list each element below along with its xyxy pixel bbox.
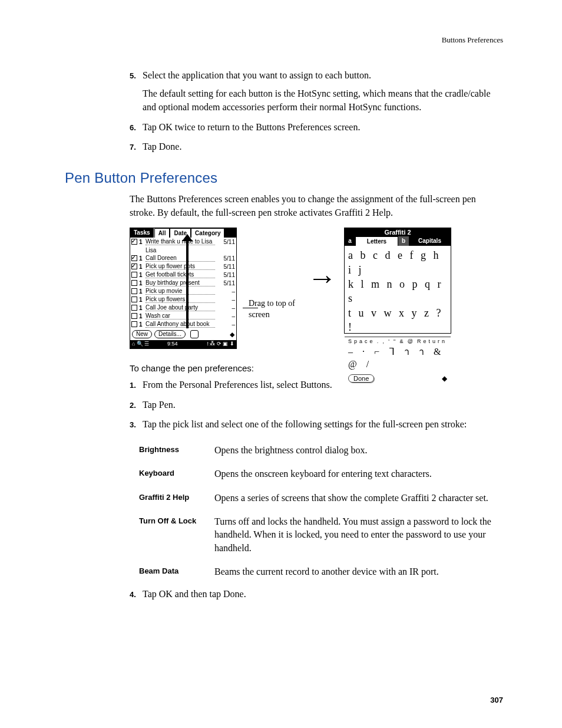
option-desc: Beams the current record to another devi… [214,565,503,578]
task-text: Get football tickets [146,271,215,278]
drag-arrow-shaft [186,239,189,328]
steps-top: 5. Select the application that you want … [130,68,503,153]
graffiti-symbols: – · ⌐ ᒣ า า & @ / [345,344,451,372]
home-icon: ⌂ 🔍 ☰ [130,340,166,348]
done-button: Done [348,374,374,383]
task-text: Buy birthday present [146,279,215,286]
step-num: 7. [130,142,143,153]
figure: Tasks All Date Category 1Write thank u n… [130,228,503,349]
running-head: Buttons Preferences [65,35,503,45]
option-desc: Opens the brightness control dialog box. [214,444,503,457]
task-priority: 1 [139,272,144,278]
task-row: 1Call Anthony about book– [130,320,236,328]
task-row: 1Pick up movie– [130,287,236,295]
scroll-icon: ◆ [230,331,234,338]
task-text: Wash car [146,312,215,319]
step-text: Tap OK twice to return to the Buttons Pr… [143,120,503,134]
step-num: 2. [130,400,143,411]
task-row: 1Get football tickets5/11 [130,271,236,279]
sym-label: & [399,338,405,344]
option-desc: Opens a series of screens that show the … [214,492,503,505]
task-checkbox [131,280,137,286]
task-priority: 1 [139,255,144,262]
section-intro: The Buttons Preferences screen enables y… [130,192,503,219]
task-date: 5/11 [217,280,235,286]
task-priority: 1 [139,313,144,319]
task-row: 1Pick up flowers– [130,295,236,304]
step-text: Tap the pick list and select one of the … [143,417,503,431]
task-checkbox [131,313,137,319]
sym-label: ' [388,338,392,344]
status-bar: ⌂ 🔍 ☰ 9:54 ! ⁂ ⟳ ▣ ⬇ [130,340,236,348]
step-num: 6. [130,123,143,134]
task-text: Call Anthony about book [146,321,215,328]
task-priority: 1 [139,305,144,311]
task-row: 1Pick up flower pots5/11 [130,262,236,271]
task-text: Call Joe about party [146,304,215,311]
task-date: – [217,288,235,295]
step-num: 5. [130,71,143,82]
tab-tasks: Tasks [130,228,154,238]
arrow-right-icon: → [308,228,332,292]
step-text: Tap Done. [143,140,503,153]
task-row: 1Buy birthday present5/11 [130,279,236,287]
option-desc: Opens the onscreen keyboard for entering… [214,467,503,480]
task-priority: 1 [139,321,144,328]
option-label: Turn Off & Lock [139,515,214,555]
tab-category: Category [191,228,224,238]
new-button: New [132,330,152,338]
task-text: Pick up flowers [146,296,215,303]
task-priority: 1 [139,280,144,286]
sym-label: , [382,338,386,344]
option-label: Brightness [139,444,214,457]
graffiti-line: a b c d e f g h i j [348,248,447,277]
status-icons: ! ⁂ ⟳ ▣ ⬇ [201,340,236,348]
option-label: Beam Data [139,565,214,578]
task-priority: 1 [139,239,144,245]
task-date: – [217,321,235,328]
scroll-icon: ◆ [442,374,447,383]
figure-callout: Drag to top of screen [249,228,296,319]
graffiti-tab-b-icon: b [398,236,409,246]
task-row: 1Call Doreen5/11 [130,254,236,262]
graffiti-line: k l m n o p q r s [348,277,447,306]
graffiti-title: Graffiti 2 [345,228,451,236]
task-date: – [217,297,235,303]
graffiti-line: t u v w x y z ? ! [348,306,447,335]
graffiti-tab-letters: Letters [355,236,398,246]
task-text: Call Doreen [146,255,215,262]
task-text: Pick up movie [146,288,215,295]
step-text: Tap OK and then tap Done. [143,587,503,601]
step-text: Select the application that you want to … [143,70,371,80]
task-text: Pick up flower pots [146,263,215,270]
options-table: Brightness Opens the brightness control … [139,444,503,579]
graffiti-tab-a-icon: a [345,236,355,246]
steps-final: 4. Tap OK and then tap Done. [130,587,503,601]
task-date: 5/11 [217,263,235,270]
step-num: 1. [130,380,143,391]
details-button: Details... [154,330,186,338]
task-date: – [217,313,235,319]
task-checkbox [131,263,137,269]
graffiti-tab-capitals: Capitals [409,236,451,246]
task-text: Write thank u note to Lisa [146,238,215,245]
callout-line [243,308,258,308]
sym-label: " [394,338,398,344]
status-time: 9:54 [166,340,201,348]
task-priority: 1 [139,263,144,270]
step-num: 3. [130,420,143,431]
tab-all: All [154,228,170,238]
sym-label: . [377,338,381,344]
step-subtext: The default setting for each button is t… [143,87,503,114]
step-num: 4. [130,589,143,601]
graffiti-sym-labels: Space . , ' " & @ Return [345,337,451,344]
task-row: 1Wash car– [130,312,236,320]
task-checkbox [131,288,137,294]
task-date: 5/11 [217,239,235,245]
task-row: 1Call Joe about party– [130,304,236,312]
task-checkbox [131,272,137,278]
task-priority: 1 [139,288,144,295]
task-date: 5/11 [217,272,235,278]
task-checkbox [131,239,137,245]
task-checkbox [131,305,137,311]
